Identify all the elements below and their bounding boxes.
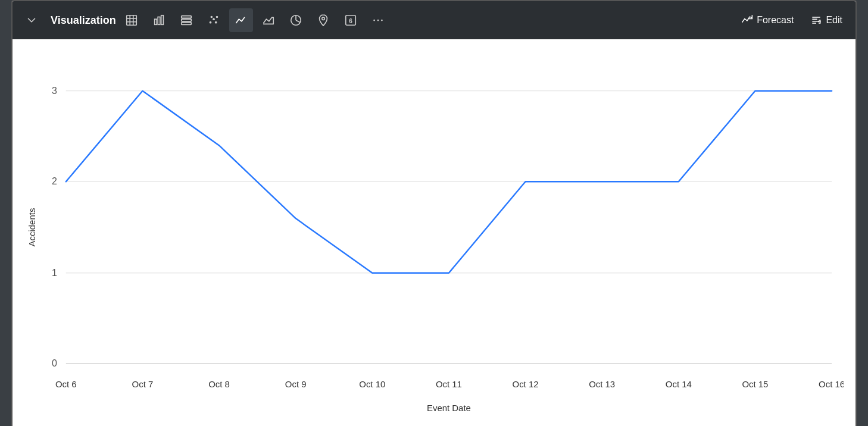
main-container: Visualization: [11, 0, 857, 426]
table-icon: [125, 14, 138, 27]
svg-rect-5: [154, 19, 157, 24]
svg-point-11: [209, 21, 211, 24]
svg-point-14: [210, 16, 213, 18]
toolbar-right: Forecast Edit: [735, 11, 848, 30]
svg-rect-8: [181, 16, 191, 18]
toolbar: Visualization: [13, 1, 855, 39]
edit-button[interactable]: Edit: [804, 11, 848, 30]
y-tick-1: 1: [52, 268, 57, 278]
single-value-icon-btn[interactable]: 6: [339, 8, 363, 32]
chevron-down-icon: [25, 14, 38, 27]
more-options-btn[interactable]: [366, 8, 390, 32]
x-label-oct12: Oct 12: [513, 379, 539, 389]
x-label-oct9: Oct 9: [285, 379, 307, 389]
line-chart-icon: [235, 14, 248, 27]
svg-point-13: [216, 16, 218, 18]
line-chart-icon-btn[interactable]: [229, 8, 253, 32]
y-axis-label: Accidents: [27, 208, 37, 247]
area-chart-icon-btn[interactable]: [257, 8, 280, 32]
toolbar-left: Visualization: [20, 8, 733, 32]
bar-chart-icon: [152, 14, 166, 27]
forecast-button[interactable]: Forecast: [735, 11, 800, 30]
x-label-oct6: Oct 6: [55, 379, 77, 389]
x-label-oct7: Oct 7: [132, 379, 154, 389]
svg-text:6: 6: [349, 18, 352, 24]
line-chart: 0 1 2 3 Accidents Oct 6 Oct 7 Oct 8 Oct …: [24, 51, 844, 421]
more-dots-icon: [371, 14, 385, 27]
svg-point-20: [373, 20, 375, 21]
forecast-label: Forecast: [757, 15, 794, 26]
map-pin-icon: [317, 14, 330, 27]
svg-rect-9: [181, 19, 191, 21]
stacked-rows-icon: [180, 14, 193, 27]
scatter-icon-btn[interactable]: [202, 8, 226, 32]
svg-point-22: [381, 20, 383, 21]
y-tick-2: 2: [52, 176, 57, 186]
forecast-icon: [741, 14, 753, 26]
edit-icon: [810, 14, 822, 26]
number-box-icon: 6: [344, 14, 357, 27]
svg-point-12: [213, 18, 215, 20]
svg-point-15: [215, 21, 217, 24]
x-label-oct16: Oct 16: [819, 379, 844, 389]
table-icon-btn[interactable]: [120, 8, 143, 32]
map-icon-btn[interactable]: [311, 8, 335, 32]
visualization-title: Visualization: [51, 14, 116, 27]
scatter-icon: [207, 14, 220, 27]
svg-rect-0: [126, 15, 136, 26]
svg-rect-6: [158, 17, 160, 25]
x-label-oct11: Oct 11: [436, 379, 462, 389]
x-label-oct13: Oct 13: [589, 379, 615, 389]
pie-chart-icon-btn[interactable]: [284, 8, 308, 32]
area-chart-icon: [262, 14, 275, 27]
svg-rect-10: [181, 23, 191, 25]
x-axis-label: Event Date: [427, 403, 471, 413]
pie-chart-icon: [289, 14, 302, 27]
chart-area: 0 1 2 3 Accidents Oct 6 Oct 7 Oct 8 Oct …: [13, 39, 855, 426]
stacked-icon-btn[interactable]: [174, 8, 198, 32]
svg-rect-7: [161, 15, 163, 25]
visualization-dropdown-btn[interactable]: [20, 8, 43, 32]
svg-point-17: [321, 17, 324, 20]
x-label-oct15: Oct 15: [742, 379, 768, 389]
y-tick-0: 0: [52, 358, 57, 368]
svg-point-21: [377, 20, 379, 21]
y-tick-3: 3: [52, 86, 57, 96]
bar-chart-icon-btn[interactable]: [147, 8, 171, 32]
x-label-oct8: Oct 8: [208, 379, 230, 389]
x-label-oct10: Oct 10: [359, 379, 385, 389]
edit-label: Edit: [826, 15, 842, 26]
x-label-oct14: Oct 14: [666, 379, 692, 389]
